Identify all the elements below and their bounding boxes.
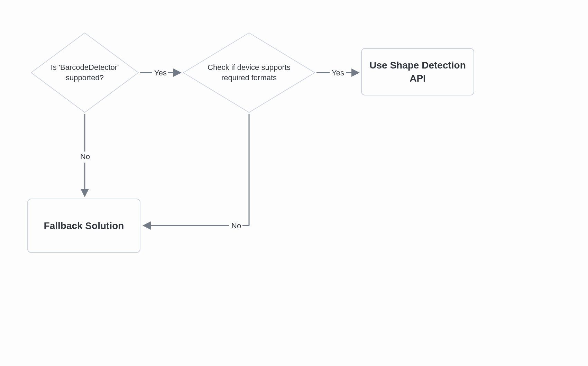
- edge-label-yes-2: Yes: [330, 68, 346, 78]
- decision-device-formats: [183, 33, 315, 112]
- edge-label-no-2: No: [230, 221, 242, 231]
- decision-barcodedetector-text-1: Is 'BarcodeDetector': [45, 62, 125, 73]
- edge-label-yes-1: Yes: [153, 68, 168, 78]
- result-fallback-text: Fallback Solution: [44, 219, 124, 232]
- decision-device-formats-text-1: Check if device supports: [204, 62, 294, 73]
- decision-barcodedetector-text-2: supported?: [45, 73, 125, 83]
- decision-device-formats-text-2: required formats: [204, 73, 294, 83]
- result-use-shape-detection-api: [361, 48, 474, 95]
- flowchart-canvas: Is 'BarcodeDetector' supported? Check if…: [0, 0, 588, 366]
- decision-barcodedetector-supported: [31, 33, 138, 112]
- result-shape-detection-text: Use Shape Detection API: [361, 59, 474, 85]
- result-fallback-solution: [28, 199, 140, 253]
- edge-label-no-1: No: [79, 152, 91, 162]
